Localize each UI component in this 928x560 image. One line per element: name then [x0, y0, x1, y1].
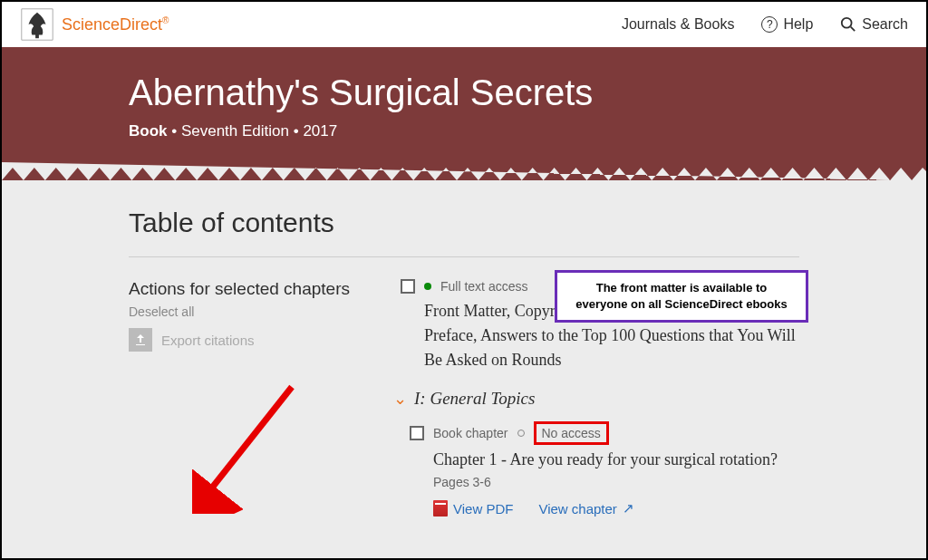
annotation-callout: The front matter is available to everyon… [555, 270, 808, 323]
nav-right: Journals & Books ? Help Search [622, 16, 908, 33]
search-icon [840, 16, 856, 33]
checkbox-front-matter[interactable] [401, 279, 415, 294]
annotation-no-access: No access [534, 421, 609, 445]
toc-entry-chapter-1: Book chapter No access Chapter 1 - Are y… [401, 421, 799, 517]
search-label: Search [862, 16, 908, 33]
chevron-down-icon: ⌄ [393, 389, 407, 409]
actions-sidebar: Actions for selected chapters Deselect a… [129, 279, 364, 533]
content-area: Table of contents Actions for selected c… [2, 180, 926, 560]
svg-point-2 [842, 18, 852, 28]
top-nav: ScienceDirect® Journals & Books ? Help S… [2, 2, 926, 47]
upload-icon [129, 328, 152, 352]
chapter-list: The front matter is available to everyon… [401, 279, 799, 533]
export-citations-button[interactable]: Export citations [129, 328, 364, 352]
divider [129, 256, 799, 257]
checkbox-chapter-1[interactable] [410, 426, 424, 440]
toc-heading: Table of contents [129, 208, 799, 238]
svg-line-3 [851, 27, 856, 32]
section-toggle[interactable]: ⌄ I: General Topics [393, 389, 799, 409]
hero-banner: Abernathy's Surgical Secrets Book • Seve… [2, 47, 926, 162]
view-chapter-link[interactable]: View chapter ↗ [538, 500, 633, 517]
nav-help[interactable]: ? Help [761, 16, 813, 33]
chapter-1-title[interactable]: Chapter 1 - Are you ready for your surgi… [433, 450, 799, 469]
nav-search[interactable]: Search [840, 16, 908, 33]
help-icon: ? [761, 16, 778, 33]
view-pdf-link[interactable]: View PDF [433, 500, 513, 517]
access-indicator-full [424, 283, 431, 290]
elsevier-tree-icon [20, 7, 54, 42]
section-title: I: General Topics [414, 389, 535, 409]
actions-title: Actions for selected chapters [129, 279, 364, 299]
svg-rect-1 [35, 34, 39, 39]
pdf-icon [433, 500, 448, 517]
external-link-icon: ↗ [623, 500, 634, 517]
brand-text: ScienceDirect® [62, 15, 169, 34]
access-label: Full text access [440, 279, 527, 294]
hero-meta: Book • Seventh Edition • 2017 [129, 122, 799, 140]
page-title: Abernathy's Surgical Secrets [129, 72, 799, 113]
help-label: Help [783, 16, 813, 33]
access-indicator-none [517, 430, 525, 437]
nav-journals-books[interactable]: Journals & Books [622, 16, 735, 33]
deselect-all-link[interactable]: Deselect all [129, 304, 364, 319]
chapter-type-label: Book chapter [433, 426, 508, 440]
zigzag-divider [2, 162, 926, 180]
chapter-1-pages: Pages 3-6 [433, 475, 799, 489]
brand-logo[interactable]: ScienceDirect® [20, 7, 169, 42]
